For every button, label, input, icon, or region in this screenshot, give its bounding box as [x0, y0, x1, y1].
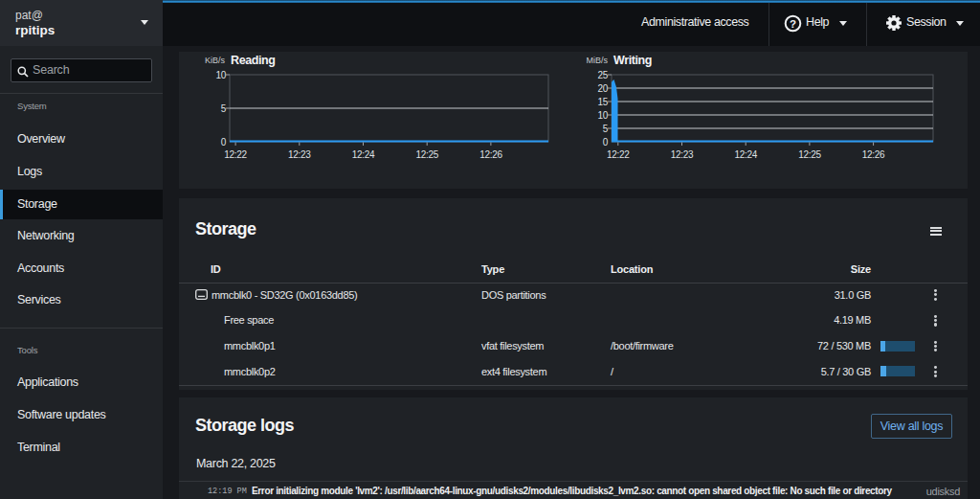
svg-text:MiB/s: MiB/s: [587, 56, 609, 65]
svg-text:12:22: 12:22: [607, 149, 630, 160]
svg-text:12:25: 12:25: [798, 149, 821, 160]
svg-text:0: 0: [221, 137, 227, 147]
svg-text:10: 10: [597, 110, 608, 121]
svg-text:12:23: 12:23: [288, 149, 311, 160]
svg-text:12:25: 12:25: [415, 149, 438, 160]
svg-text:5: 5: [603, 124, 609, 134]
svg-text:Reading: Reading: [231, 54, 276, 67]
svg-text:12:23: 12:23: [671, 149, 694, 160]
svg-text:12:24: 12:24: [734, 149, 757, 160]
svg-text:12:22: 12:22: [224, 149, 247, 160]
svg-text:25: 25: [597, 70, 608, 80]
svg-text:10: 10: [215, 70, 226, 80]
svg-text:KiB/s: KiB/s: [205, 56, 226, 65]
svg-text:0: 0: [603, 137, 609, 147]
svg-text:?: ?: [790, 18, 796, 30]
svg-text:12:26: 12:26: [862, 149, 885, 160]
svg-text:5: 5: [221, 103, 227, 114]
svg-text:15: 15: [597, 97, 608, 107]
svg-text:Writing: Writing: [613, 54, 652, 67]
svg-text:20: 20: [597, 83, 608, 94]
svg-text:12:26: 12:26: [479, 149, 502, 160]
svg-text:12:24: 12:24: [352, 149, 375, 160]
